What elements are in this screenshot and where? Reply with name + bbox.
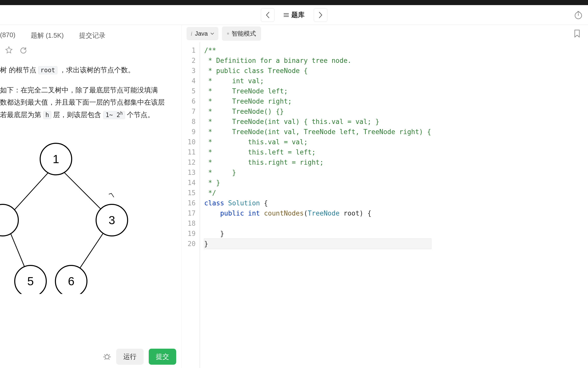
svg-text:3: 3 — [109, 214, 115, 227]
nav-back-button[interactable] — [261, 8, 275, 22]
tabs: (870) 题解 (1.5K) 提交记录 — [0, 25, 181, 46]
svg-point-14 — [105, 355, 109, 359]
window-chrome — [0, 0, 588, 5]
center-label: 题库 — [291, 10, 305, 19]
bookmark-icon[interactable] — [574, 30, 580, 38]
svg-text:5: 5 — [27, 275, 34, 288]
code-range: 1~ 2h — [103, 111, 125, 119]
tab-solutions[interactable]: 题解 (1.5K) — [31, 31, 64, 40]
left-panel: (870) 题解 (1.5K) 提交记录 树 的根节点 root ，求出该树的节… — [0, 25, 182, 368]
tree-diagram: 1 3 5 6 — [0, 136, 132, 294]
header: 题库 — [0, 5, 588, 25]
nav-forward-button[interactable] — [314, 8, 327, 22]
mode-label: 智能模式 — [232, 30, 256, 38]
chevron-left-icon — [266, 12, 270, 18]
desc-line-2: 如下：在完全二叉树中，除了最底层节点可能没填满 — [0, 84, 176, 96]
header-right — [574, 10, 583, 20]
editor-toolbar: i Java 智能模式 — [182, 25, 588, 42]
run-button[interactable]: 运行 — [116, 349, 144, 365]
mode-toggle[interactable]: 智能模式 — [222, 26, 261, 41]
desc-line-1: 树 的根节点 root ，求出该树的节点个数。 — [0, 64, 176, 76]
debug-icon[interactable] — [103, 352, 111, 361]
chevron-right-icon — [319, 12, 323, 18]
desc-line-4: 若最底层为第 h 层，则该层包含 1~ 2h 个节点。 — [0, 109, 176, 121]
menu-icon — [284, 13, 289, 17]
submit-button[interactable]: 提交 — [149, 349, 176, 365]
language-label: Java — [195, 30, 208, 37]
problem-description: 树 的根节点 root ，求出该树的节点个数。 如下：在完全二叉树中，除了最底层… — [0, 54, 181, 368]
tab-submissions[interactable]: 提交记录 — [79, 31, 105, 40]
mode-dot-icon — [227, 33, 229, 35]
code-root: root — [38, 66, 57, 74]
star-icon[interactable] — [5, 46, 13, 54]
problem-list-button[interactable]: 题库 — [278, 7, 311, 22]
timer-icon[interactable] — [574, 10, 583, 20]
svg-text:1: 1 — [53, 152, 59, 166]
right-panel: i Java 智能模式 1234567891011121314151617181… — [182, 25, 588, 368]
tab-comments[interactable]: (870) — [0, 31, 16, 40]
info-icon: i — [191, 30, 192, 37]
chevron-down-icon — [210, 32, 214, 35]
code-editor[interactable]: 1234567891011121314151617181920 /** * De… — [182, 42, 588, 368]
language-select[interactable]: i Java — [187, 27, 218, 40]
svg-text:6: 6 — [68, 275, 74, 288]
desc-line-3: 数都达到最大值，并且最下面一层的节点都集中在该层 — [0, 96, 176, 109]
refresh-icon[interactable] — [20, 46, 27, 53]
left-footer: 运行 提交 — [103, 345, 176, 368]
line-gutter: 1234567891011121314151617181920 — [182, 42, 200, 368]
code-h: h — [43, 111, 51, 119]
code-content[interactable]: /** * Definition for a binary tree node.… — [200, 42, 431, 368]
